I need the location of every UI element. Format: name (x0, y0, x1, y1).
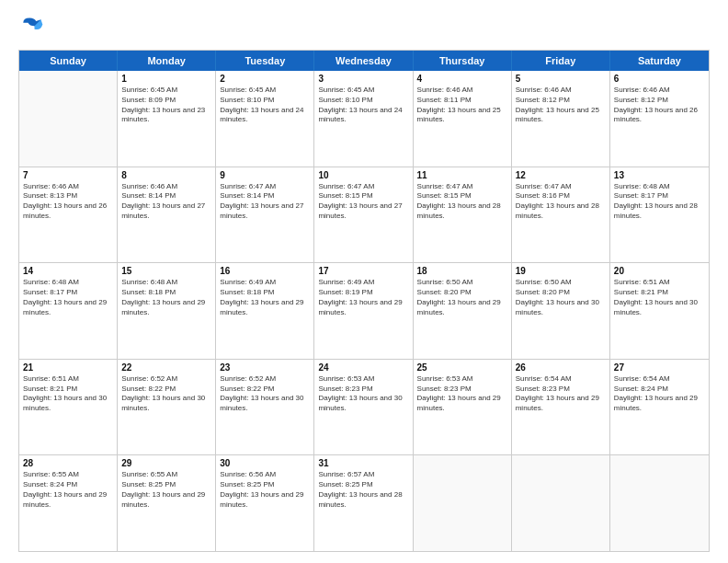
header-day-tuesday: Tuesday (216, 51, 314, 71)
empty-cell-4-5 (512, 455, 610, 551)
day-cell-12: 12 Sunrise: 6:47 AMSunset: 8:16 PMDaylig… (512, 167, 610, 263)
day-cell-19: 19 Sunrise: 6:50 AMSunset: 8:20 PMDaylig… (512, 263, 610, 359)
header-day-saturday: Saturday (610, 51, 709, 71)
cell-info: Sunrise: 6:45 AMSunset: 8:10 PMDaylight:… (318, 86, 408, 125)
cell-info: Sunrise: 6:54 AMSunset: 8:23 PMDaylight:… (516, 374, 606, 414)
day-number: 3 (318, 74, 408, 84)
day-cell-25: 25 Sunrise: 6:53 AMSunset: 8:23 PMDaylig… (414, 360, 512, 455)
page: SundayMondayTuesdayWednesdayThursdayFrid… (0, 0, 728, 563)
day-cell-1: 1 Sunrise: 6:45 AMSunset: 8:09 PMDayligh… (118, 71, 216, 167)
calendar-row-1: 7 Sunrise: 6:46 AMSunset: 8:13 PMDayligh… (19, 167, 709, 264)
day-cell-31: 31 Sunrise: 6:57 AMSunset: 8:25 PMDaylig… (314, 455, 413, 551)
day-number: 22 (121, 362, 211, 373)
cell-info: Sunrise: 6:48 AMSunset: 8:17 PMDaylight:… (23, 278, 113, 317)
cell-info: Sunrise: 6:50 AMSunset: 8:20 PMDaylight:… (417, 278, 507, 317)
header-day-sunday: Sunday (19, 51, 118, 71)
day-cell-30: 30 Sunrise: 6:56 AMSunset: 8:25 PMDaylig… (216, 455, 314, 551)
cell-info: Sunrise: 6:48 AMSunset: 8:18 PMDaylight:… (121, 278, 211, 317)
header-day-wednesday: Wednesday (314, 51, 413, 71)
day-number: 26 (516, 362, 606, 373)
header-day-friday: Friday (512, 51, 610, 71)
cell-info: Sunrise: 6:45 AMSunset: 8:10 PMDaylight:… (220, 86, 310, 125)
day-cell-4: 4 Sunrise: 6:46 AMSunset: 8:11 PMDayligh… (414, 71, 512, 167)
empty-cell-4-4 (414, 455, 512, 551)
header-day-monday: Monday (118, 51, 216, 71)
day-number: 21 (23, 362, 113, 373)
day-cell-15: 15 Sunrise: 6:48 AMSunset: 8:18 PMDaylig… (118, 263, 216, 359)
day-number: 11 (417, 170, 507, 180)
cell-info: Sunrise: 6:51 AMSunset: 8:21 PMDaylight:… (23, 374, 113, 414)
day-number: 30 (220, 458, 310, 468)
logo (18, 15, 48, 40)
cell-info: Sunrise: 6:56 AMSunset: 8:25 PMDaylight:… (220, 470, 310, 510)
cell-info: Sunrise: 6:45 AMSunset: 8:09 PMDaylight:… (121, 86, 211, 125)
cell-info: Sunrise: 6:46 AMSunset: 8:12 PMDaylight:… (614, 86, 705, 125)
day-number: 2 (220, 74, 310, 84)
day-number: 24 (318, 362, 408, 373)
cell-info: Sunrise: 6:47 AMSunset: 8:16 PMDaylight:… (516, 182, 606, 222)
cell-info: Sunrise: 6:54 AMSunset: 8:24 PMDaylight:… (614, 374, 705, 414)
day-number: 6 (614, 74, 705, 84)
cell-info: Sunrise: 6:47 AMSunset: 8:15 PMDaylight:… (417, 182, 507, 222)
day-cell-11: 11 Sunrise: 6:47 AMSunset: 8:15 PMDaylig… (414, 167, 512, 263)
header (18, 15, 710, 40)
cell-info: Sunrise: 6:53 AMSunset: 8:23 PMDaylight:… (417, 374, 507, 414)
day-cell-21: 21 Sunrise: 6:51 AMSunset: 8:21 PMDaylig… (19, 360, 118, 455)
day-number: 15 (121, 266, 211, 276)
cell-info: Sunrise: 6:46 AMSunset: 8:11 PMDaylight:… (417, 86, 507, 125)
day-number: 16 (220, 266, 310, 276)
header-day-thursday: Thursday (414, 51, 512, 71)
day-cell-8: 8 Sunrise: 6:46 AMSunset: 8:14 PMDayligh… (118, 167, 216, 263)
day-number: 17 (318, 266, 408, 276)
calendar-row-3: 21 Sunrise: 6:51 AMSunset: 8:21 PMDaylig… (19, 360, 709, 456)
calendar-row-4: 28 Sunrise: 6:55 AMSunset: 8:24 PMDaylig… (19, 455, 709, 551)
cell-info: Sunrise: 6:49 AMSunset: 8:18 PMDaylight:… (220, 278, 310, 317)
day-number: 9 (220, 170, 310, 180)
day-cell-14: 14 Sunrise: 6:48 AMSunset: 8:17 PMDaylig… (19, 263, 118, 359)
cell-info: Sunrise: 6:47 AMSunset: 8:14 PMDaylight:… (220, 182, 310, 222)
day-cell-27: 27 Sunrise: 6:54 AMSunset: 8:24 PMDaylig… (610, 360, 709, 455)
cell-info: Sunrise: 6:47 AMSunset: 8:15 PMDaylight:… (318, 182, 408, 222)
calendar: SundayMondayTuesdayWednesdayThursdayFrid… (18, 50, 710, 552)
cell-info: Sunrise: 6:46 AMSunset: 8:13 PMDaylight:… (23, 182, 113, 222)
day-number: 19 (516, 266, 606, 276)
logo-icon (18, 15, 44, 40)
day-cell-5: 5 Sunrise: 6:46 AMSunset: 8:12 PMDayligh… (512, 71, 610, 167)
day-number: 7 (23, 170, 113, 180)
day-cell-18: 18 Sunrise: 6:50 AMSunset: 8:20 PMDaylig… (414, 263, 512, 359)
day-number: 12 (516, 170, 606, 180)
cell-info: Sunrise: 6:46 AMSunset: 8:12 PMDaylight:… (516, 86, 606, 125)
day-number: 14 (23, 266, 113, 276)
day-number: 28 (23, 458, 113, 468)
day-cell-16: 16 Sunrise: 6:49 AMSunset: 8:18 PMDaylig… (216, 263, 314, 359)
day-number: 29 (121, 458, 211, 468)
day-number: 25 (417, 362, 507, 373)
day-number: 13 (614, 170, 705, 180)
day-cell-22: 22 Sunrise: 6:52 AMSunset: 8:22 PMDaylig… (118, 360, 216, 455)
cell-info: Sunrise: 6:57 AMSunset: 8:25 PMDaylight:… (318, 470, 408, 510)
cell-info: Sunrise: 6:53 AMSunset: 8:23 PMDaylight:… (318, 374, 408, 414)
cell-info: Sunrise: 6:48 AMSunset: 8:17 PMDaylight:… (614, 182, 705, 222)
calendar-header: SundayMondayTuesdayWednesdayThursdayFrid… (19, 51, 709, 71)
day-number: 23 (220, 362, 310, 373)
empty-cell-4-6 (610, 455, 709, 551)
cell-info: Sunrise: 6:55 AMSunset: 8:25 PMDaylight:… (121, 470, 211, 510)
day-number: 8 (121, 170, 211, 180)
day-cell-29: 29 Sunrise: 6:55 AMSunset: 8:25 PMDaylig… (118, 455, 216, 551)
day-number: 20 (614, 266, 705, 276)
calendar-row-2: 14 Sunrise: 6:48 AMSunset: 8:17 PMDaylig… (19, 263, 709, 360)
day-cell-7: 7 Sunrise: 6:46 AMSunset: 8:13 PMDayligh… (19, 167, 118, 263)
day-cell-28: 28 Sunrise: 6:55 AMSunset: 8:24 PMDaylig… (19, 455, 118, 551)
day-cell-23: 23 Sunrise: 6:52 AMSunset: 8:22 PMDaylig… (216, 360, 314, 455)
day-cell-13: 13 Sunrise: 6:48 AMSunset: 8:17 PMDaylig… (610, 167, 709, 263)
day-number: 31 (318, 458, 408, 468)
empty-cell-0-0 (19, 71, 118, 167)
cell-info: Sunrise: 6:52 AMSunset: 8:22 PMDaylight:… (220, 374, 310, 414)
day-cell-10: 10 Sunrise: 6:47 AMSunset: 8:15 PMDaylig… (314, 167, 413, 263)
cell-info: Sunrise: 6:49 AMSunset: 8:19 PMDaylight:… (318, 278, 408, 317)
calendar-row-0: 1 Sunrise: 6:45 AMSunset: 8:09 PMDayligh… (19, 71, 709, 167)
cell-info: Sunrise: 6:46 AMSunset: 8:14 PMDaylight:… (121, 182, 211, 222)
cell-info: Sunrise: 6:55 AMSunset: 8:24 PMDaylight:… (23, 470, 113, 510)
day-number: 1 (121, 74, 211, 84)
day-cell-17: 17 Sunrise: 6:49 AMSunset: 8:19 PMDaylig… (314, 263, 413, 359)
